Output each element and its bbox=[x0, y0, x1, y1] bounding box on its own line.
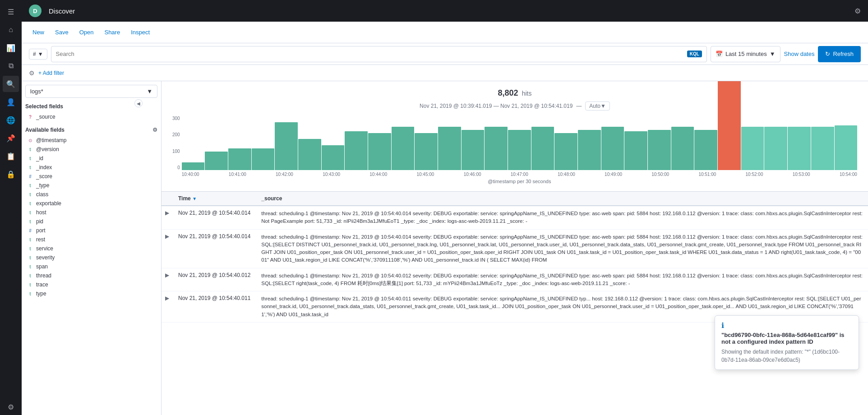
field-item-pid[interactable]: t pid bbox=[25, 217, 157, 226]
list-icon[interactable]: 📋 bbox=[3, 148, 19, 164]
chart-bar[interactable] bbox=[298, 139, 321, 170]
pin-icon[interactable]: 📌 bbox=[3, 130, 19, 146]
inspect-button[interactable]: Inspect bbox=[127, 27, 153, 37]
chevron-down-icon: ▼ bbox=[38, 51, 43, 57]
add-filter-button[interactable]: + Add filter bbox=[38, 70, 64, 76]
chart-bar[interactable] bbox=[764, 127, 787, 170]
calendar-icon: 📅 bbox=[716, 51, 723, 57]
chart-bar[interactable] bbox=[322, 145, 345, 170]
chart-bar[interactable] bbox=[648, 130, 671, 170]
field-item-exportable[interactable]: t exportable bbox=[25, 199, 157, 208]
field-item-version[interactable]: t @version bbox=[25, 145, 157, 154]
time-col-header[interactable]: Time ▼ bbox=[173, 192, 256, 206]
chart-bar[interactable] bbox=[485, 127, 508, 170]
field-item-service[interactable]: t service bbox=[25, 244, 157, 253]
chart-bar[interactable] bbox=[275, 122, 298, 170]
chart-bar[interactable] bbox=[508, 130, 531, 170]
chart-header: 8,802 hits bbox=[169, 88, 861, 98]
table-row: ▶Nov 21, 2019 @ 10:54:40.014thread: sche… bbox=[162, 206, 868, 229]
chart-bar[interactable] bbox=[228, 148, 251, 170]
chart-bar[interactable] bbox=[368, 133, 391, 170]
discover-icon[interactable]: 🔍 bbox=[3, 76, 19, 92]
field-name: _index bbox=[36, 164, 52, 171]
refresh-icon: ↻ bbox=[825, 51, 830, 57]
field-item-span[interactable]: t span bbox=[25, 262, 157, 271]
open-button[interactable]: Open bbox=[76, 27, 97, 37]
field-item-trace[interactable]: t trace bbox=[25, 280, 157, 289]
field-item-type[interactable]: t _type bbox=[25, 181, 157, 190]
new-button[interactable]: New bbox=[29, 27, 48, 37]
text-type-icon: t bbox=[27, 210, 33, 215]
menu-icon[interactable]: ☰ bbox=[3, 4, 19, 20]
chart-bar[interactable] bbox=[182, 162, 205, 170]
filter-gear-icon[interactable]: ⚙ bbox=[29, 69, 35, 77]
kql-badge: KQL bbox=[687, 51, 702, 57]
available-fields-title: Available fields ⚙ bbox=[25, 127, 157, 133]
chart-bar[interactable] bbox=[694, 130, 717, 170]
save-button[interactable]: Save bbox=[51, 27, 72, 37]
chart-bar[interactable] bbox=[252, 148, 275, 170]
expand-row-button[interactable]: ▶ bbox=[162, 291, 173, 323]
chart-bar[interactable] bbox=[415, 133, 438, 170]
chart-bar[interactable] bbox=[531, 127, 554, 170]
chart-bar[interactable] bbox=[624, 131, 647, 170]
field-item-rest[interactable]: t rest bbox=[25, 235, 157, 244]
chart-bar[interactable] bbox=[671, 127, 694, 170]
time-picker[interactable]: 📅 Last 15 minutes ▼ bbox=[711, 46, 780, 62]
chart-bar[interactable] bbox=[462, 130, 485, 170]
field-item-class[interactable]: t class bbox=[25, 190, 157, 199]
field-item-host[interactable]: t host bbox=[25, 208, 157, 217]
expand-row-button[interactable]: ▶ bbox=[162, 229, 173, 268]
field-item-severity[interactable]: t severity bbox=[25, 253, 157, 262]
field-item-index[interactable]: t _index bbox=[25, 163, 157, 172]
globe-icon[interactable]: 🌐 bbox=[3, 112, 19, 128]
search-bar-area: # ▼ KQL 📅 Last 15 minutes ▼ Show dates ↻… bbox=[22, 43, 868, 65]
chart-bar[interactable] bbox=[205, 152, 228, 170]
chart-icon[interactable]: 📊 bbox=[3, 40, 19, 56]
right-panel: 8,802 hits Nov 21, 2019 @ 10:39:41.019 —… bbox=[162, 81, 868, 415]
chart-bar[interactable] bbox=[811, 127, 834, 170]
field-item-thread[interactable]: t thread bbox=[25, 271, 157, 280]
search-input[interactable] bbox=[56, 51, 687, 57]
collapse-sidebar-button[interactable]: ◀ bbox=[134, 99, 143, 107]
auto-interval-selector[interactable]: Auto ▼ bbox=[585, 101, 610, 111]
text-type-icon: t bbox=[27, 282, 33, 287]
share-button[interactable]: Share bbox=[101, 27, 124, 37]
field-item-timestamp[interactable]: ⊙ @timestamp bbox=[25, 136, 157, 145]
chart-bar[interactable] bbox=[392, 127, 415, 170]
chart-bar[interactable] bbox=[554, 133, 577, 170]
lock-icon[interactable]: 🔒 bbox=[3, 166, 19, 182]
field-name: severity bbox=[36, 254, 55, 261]
chart-bar[interactable] bbox=[835, 125, 858, 170]
chart-bar[interactable] bbox=[601, 127, 624, 170]
expand-row-button[interactable]: ▶ bbox=[162, 206, 173, 229]
settings-icon[interactable]: ⚙ bbox=[3, 399, 19, 415]
gear-icon[interactable]: ⚙ bbox=[152, 127, 157, 133]
chart-bar[interactable] bbox=[578, 130, 601, 170]
field-item-type2[interactable]: t type bbox=[25, 289, 157, 298]
expand-row-button[interactable]: ▶ bbox=[162, 268, 173, 291]
field-item-port[interactable]: # port bbox=[25, 226, 157, 235]
text-type-icon: t bbox=[27, 201, 33, 206]
chevron-down-icon: ▼ bbox=[600, 103, 606, 109]
field-name: service bbox=[36, 245, 53, 252]
layers-icon[interactable]: ⧉ bbox=[3, 58, 19, 74]
field-item-score[interactable]: # _score bbox=[25, 172, 157, 181]
chart-bar[interactable] bbox=[788, 127, 811, 170]
refresh-button[interactable]: ↻ Refresh bbox=[818, 46, 861, 62]
index-pattern-selector[interactable]: logs* ▼ bbox=[25, 85, 157, 98]
results-table: Time ▼ _source ▶Nov 21, 2019 @ 10:54:40.… bbox=[162, 192, 868, 323]
chart-bar[interactable] bbox=[718, 81, 741, 170]
chart-bar[interactable] bbox=[741, 127, 764, 170]
chart-bar[interactable] bbox=[438, 127, 461, 170]
source-cell: thread: scheduling-1 @timestamp: Nov 21,… bbox=[256, 268, 868, 291]
selected-field-source[interactable]: ? _source bbox=[25, 112, 157, 121]
settings-icon-nav[interactable]: ⚙ bbox=[854, 7, 861, 15]
show-dates-button[interactable]: Show dates bbox=[784, 51, 815, 57]
field-type-selector[interactable]: # ▼ bbox=[29, 49, 47, 60]
home-icon[interactable]: ⌂ bbox=[3, 22, 19, 38]
tooltip-popup: ℹ "bcd96790-0bfc-11ea-868a-5d64e81caf99"… bbox=[715, 315, 859, 370]
chart-bar[interactable] bbox=[345, 131, 368, 170]
field-item-id[interactable]: t _id bbox=[25, 154, 157, 163]
user-icon[interactable]: 👤 bbox=[3, 94, 19, 110]
